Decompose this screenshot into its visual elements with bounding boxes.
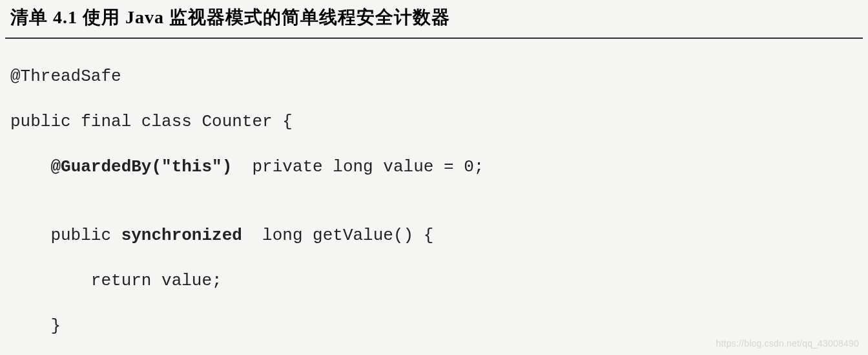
annotation-guardedby: @GuardedBy("this") [50,157,232,177]
code-line: public final class Counter { [10,111,858,133]
code-line: public synchronized long getValue() { [10,224,858,247]
code-text: public [10,226,121,245]
code-line: @GuardedBy("this") private long value = … [10,156,858,178]
keyword-synchronized: synchronized [121,226,242,245]
code-line: } [10,315,858,338]
code-line: @ThreadSafe [10,65,858,88]
code-text: long getValue() { [242,226,433,245]
code-line: return value; [10,270,858,292]
watermark-text: https://blog.csdn.net/qq_43008490 [716,338,859,349]
code-listing: @ThreadSafe public final class Counter {… [0,39,868,355]
code-indent [10,157,50,177]
listing-title: 清单 4.1 使用 Java 监视器模式的简单线程安全计数器 [0,0,868,38]
code-text: private long value = 0; [232,157,484,177]
